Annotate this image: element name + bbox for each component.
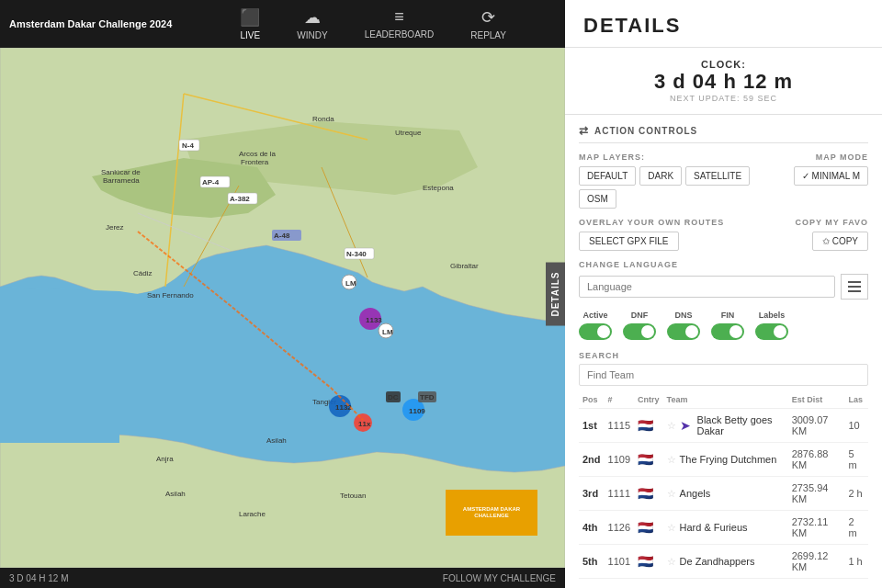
marker-dc[interactable]: DC (386, 391, 401, 402)
svg-text:Asilah: Asilah (266, 436, 287, 445)
svg-text:Gibraltar: Gibraltar (450, 262, 479, 270)
cell-team: ☆ Hard & Furieus (663, 511, 788, 545)
table-row[interactable]: 3rd 1111 🇳🇱 ☆ Angels 2735.94 KM 2 h (579, 477, 868, 511)
col-last: Las (844, 391, 868, 409)
bottom-follow[interactable]: FOLLOW MY CHALLENGE (443, 573, 556, 583)
clock-label: CLOCK: (583, 59, 864, 70)
svg-text:TFD: TFD (420, 393, 435, 401)
btn-default[interactable]: DEFAULT (579, 166, 636, 186)
list-icon: ≡ (394, 7, 404, 27)
col-cntry: Cntry (634, 391, 663, 409)
nav-replay[interactable]: ⟳ REPLAY (470, 7, 506, 40)
cell-num: 1101 (605, 545, 634, 579)
toggle-fin-switch[interactable] (711, 323, 744, 340)
details-header: DETAILS (565, 0, 882, 48)
cell-last: 2 h (844, 477, 868, 511)
adc-logo: AMSTERDAM DAKAR CHALLENGE (446, 490, 537, 536)
svg-text:1133: 1133 (366, 316, 382, 324)
svg-text:N-4: N-4 (182, 141, 194, 150)
svg-text:DC: DC (388, 393, 399, 401)
cell-pos: 4th (579, 511, 605, 545)
toggle-active-switch[interactable] (579, 323, 612, 340)
svg-text:1109: 1109 (409, 407, 425, 415)
btn-satellite[interactable]: SATELLITE (685, 166, 750, 186)
marker-tfd[interactable]: TFD (418, 391, 436, 402)
toggle-labels-switch[interactable] (755, 323, 788, 340)
map-section: Amsterdam Dakar Challenge 2024 ⬛ LIVE ☁ … (0, 0, 565, 588)
details-tab[interactable]: DETAILS (546, 262, 565, 325)
star-icon: ☆ (667, 488, 676, 500)
details-panel: DETAILS CLOCK: 3 d 04 h 12 m NEXT UPDATE… (565, 0, 882, 588)
nav-windy[interactable]: ☁ WINDY (297, 7, 327, 40)
map-topbar: Amsterdam Dakar Challenge 2024 ⬛ LIVE ☁ … (0, 0, 565, 48)
nav-windy-label: WINDY (297, 30, 327, 40)
svg-text:Ronda: Ronda (312, 115, 334, 123)
copy-fav-group: COPY MY FAVO ✩ COPY (767, 218, 868, 251)
svg-text:Larache: Larache (239, 510, 266, 518)
svg-text:AP-4: AP-4 (202, 178, 220, 187)
btn-dark[interactable]: DARK (639, 166, 682, 186)
svg-text:1132: 1132 (335, 403, 352, 412)
toggle-active: Active (579, 311, 612, 340)
svg-text:A-48: A-48 (274, 232, 290, 240)
col-num: # (605, 391, 634, 409)
cell-pos: 5th (579, 545, 605, 579)
table-row[interactable]: 2nd 1109 🇳🇱 ☆ The Frying Dutchmen 2876.8… (579, 443, 868, 477)
select-gpx-button[interactable]: SELECT GPX FILE (579, 232, 679, 251)
svg-text:Sanlúcar de: Sanlúcar de (101, 168, 141, 176)
copy-button[interactable]: ✩ COPY (812, 232, 868, 251)
hamburger-line-2 (848, 286, 861, 288)
star-icon: ☆ (667, 420, 676, 432)
cell-pos: 2nd (579, 443, 605, 477)
svg-text:LM: LM (345, 279, 356, 288)
nav-leaderboard[interactable]: ≡ LEADERBOARD (365, 7, 435, 40)
team-arrow-icon: ➤ (680, 418, 691, 433)
cell-team: ☆ The Frying Dutchmen (663, 443, 788, 477)
nav-leaderboard-label: LEADERBOARD (365, 29, 435, 40)
map-canvas[interactable]: Sanlúcar de Barrameda Jerez Cádiz San Fe… (0, 48, 565, 568)
btn-minimal-mode[interactable]: ✓ MINIMAL M (794, 166, 868, 186)
map-mode-label: MAP MODE (767, 153, 868, 162)
col-dist: Est Dist (788, 391, 845, 409)
action-controls-header: ⇄ ACTION CONTROLS (579, 124, 868, 143)
toggles-row: Active DNF DNS FIN Labels (579, 311, 868, 340)
map-layers-row: MAP LAYERS: DEFAULT DARK SATELLITE OSM M… (579, 153, 868, 209)
toggle-dnf-switch[interactable] (623, 323, 656, 340)
svg-text:11x: 11x (358, 420, 371, 428)
nav-live[interactable]: ⬛ LIVE (240, 7, 260, 40)
btn-osm[interactable]: OSM (579, 189, 616, 209)
language-menu-button[interactable] (841, 274, 868, 300)
clock-value: 3 d 04 h 12 m (583, 70, 864, 94)
map-layer-buttons: DEFAULT DARK SATELLITE OSM (579, 166, 767, 209)
overlay-group: OVERLAY YOUR OWN ROUTES SELECT GPX FILE (579, 218, 767, 251)
svg-text:Estepona: Estepona (423, 184, 454, 192)
live-icon: ⬛ (240, 7, 260, 28)
cell-flag: 🇳🇱 (634, 409, 663, 443)
cell-pos: 3rd (579, 477, 605, 511)
toggle-dns-switch[interactable] (667, 323, 700, 340)
svg-text:Barrameda: Barrameda (103, 176, 140, 185)
cell-num: 1111 (605, 477, 634, 511)
cell-last: 1 h (844, 545, 868, 579)
cell-flag: 🇳🇱 (634, 545, 663, 579)
search-section: SEARCH Pos # Cntry Team Est Dist Las 1st (579, 351, 868, 579)
language-input[interactable] (579, 276, 835, 298)
clock-section: CLOCK: 3 d 04 h 12 m NEXT UPDATE: 59 SEC (565, 48, 882, 115)
cell-last: 2 m (844, 511, 868, 545)
team-table: Pos # Cntry Team Est Dist Las 1st 1115 🇳… (579, 391, 868, 579)
svg-text:Asilah: Asilah (165, 490, 186, 498)
map-title: Amsterdam Dakar Challenge 2024 (0, 18, 181, 29)
marker-red[interactable]: 11x (354, 413, 372, 432)
table-row[interactable]: 4th 1126 🇳🇱 ☆ Hard & Furieus 2732.11 KM … (579, 511, 868, 545)
svg-text:Arcos de la: Arcos de la (239, 150, 277, 158)
cell-dist: 2735.94 KM (788, 477, 845, 511)
svg-text:Tetouan: Tetouan (340, 492, 366, 500)
map-bottombar: 3 D 04 H 12 M FOLLOW MY CHALLENGE (0, 568, 565, 588)
overlay-label: OVERLAY YOUR OWN ROUTES (579, 218, 767, 227)
details-content: ⇄ ACTION CONTROLS MAP LAYERS: DEFAULT DA… (565, 115, 882, 588)
table-row[interactable]: 5th 1101 🇳🇱 ☆ De Zandhappers 2699.12 KM … (579, 545, 868, 579)
search-input[interactable] (579, 364, 868, 386)
map-layers-group: MAP LAYERS: DEFAULT DARK SATELLITE OSM (579, 153, 767, 209)
table-row[interactable]: 1st 1115 🇳🇱 ☆ ➤Black Betty goes Dakar 30… (579, 409, 868, 443)
controls-icon: ⇄ (579, 124, 589, 137)
